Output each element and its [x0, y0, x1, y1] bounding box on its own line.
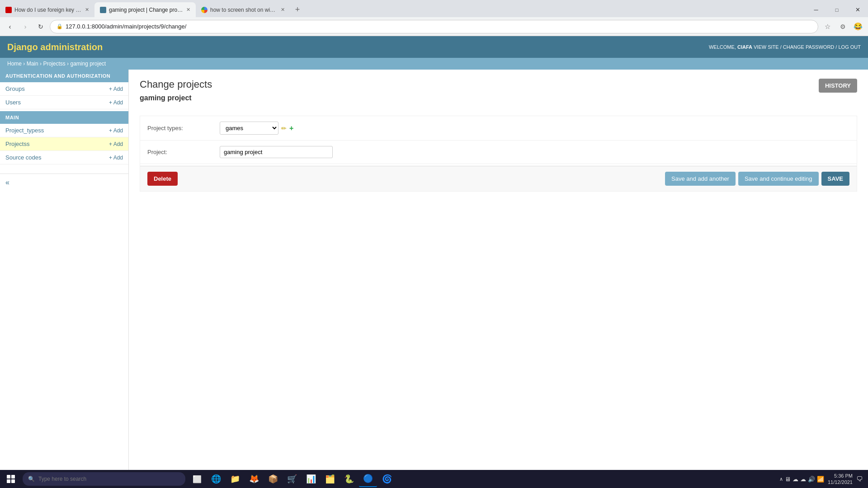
sidebar-projectss-label: Projectss: [5, 141, 29, 147]
reload-button[interactable]: ↻: [34, 20, 47, 33]
edit-project-type-icon[interactable]: ✏: [281, 125, 287, 132]
project-types-label: Project types:: [147, 125, 220, 131]
breadcrumb-model[interactable]: Projectss: [43, 61, 65, 67]
admin-header: Django administration WELCOME, CIAFA VIE…: [0, 36, 868, 58]
page-title: Change projects: [140, 79, 212, 90]
sidebar-users-label: Users: [5, 99, 21, 106]
django-admin: Django administration WELCOME, CIAFA VIE…: [0, 36, 868, 470]
tab3-favicon: [201, 7, 208, 13]
breadcrumb-main[interactable]: Main: [27, 61, 38, 67]
tab3-close[interactable]: ✕: [281, 7, 285, 13]
taskbar-right: ∧ 🖥 ☁ ☁ 🔊 📶 5:36 PM 11/12/2021 🗨: [776, 473, 866, 486]
taskbar-app-files[interactable]: 🗂️: [321, 471, 339, 487]
window-minimize-button[interactable]: ─: [806, 2, 826, 17]
taskbar-app-file-explorer[interactable]: 📁: [226, 471, 244, 487]
tab3-title: how to screen shot on windows: [210, 7, 278, 13]
tab2-close[interactable]: ✕: [186, 7, 190, 13]
taskbar-date: 11/12/2021: [828, 479, 853, 485]
sidebar-item-source-codes[interactable]: Source codes + Add: [0, 151, 128, 164]
add-project-type-icon[interactable]: +: [289, 124, 293, 132]
logout-link[interactable]: LOG OUT: [838, 44, 861, 50]
view-site-link[interactable]: VIEW SITE: [754, 44, 779, 50]
project-label: Project:: [147, 149, 220, 155]
sidebar-project-typess-add[interactable]: + Add: [109, 127, 123, 134]
sidebar-section-main-header: MAIN: [0, 111, 128, 124]
window-controls: ─ □ ✕: [806, 2, 868, 17]
taskbar-app-office[interactable]: 📊: [302, 471, 320, 487]
delete-button[interactable]: Delete: [147, 172, 178, 186]
browser-tab-3[interactable]: how to screen shot on windows ✕: [196, 2, 290, 17]
form-actions: Delete Save and add another Save and con…: [140, 166, 857, 191]
content-header: Change projects gaming project HISTORY: [140, 79, 857, 111]
taskbar-search-icon: 🔍: [28, 476, 35, 482]
taskbar-app-firefox[interactable]: 🦊: [245, 471, 263, 487]
object-name: gaming project: [140, 94, 212, 102]
address-url: 127.0.0.1:8000/admin/main/projects/9/cha…: [66, 23, 186, 30]
browser-tab-1[interactable]: How do I use foreign key in djan... ✕: [0, 2, 94, 17]
taskbar-app-chrome2[interactable]: 🌀: [378, 471, 396, 487]
sidebar-item-projectss[interactable]: Projectss + Add: [0, 137, 128, 151]
forward-button[interactable]: ›: [19, 20, 32, 33]
save-and-add-another-button[interactable]: Save and add another: [665, 172, 736, 186]
address-bar[interactable]: 🔒 127.0.0.1:8000/admin/main/projects/9/c…: [50, 20, 818, 33]
taskbar-wifi-icon: 📶: [817, 476, 824, 483]
taskbar-search-input[interactable]: [38, 476, 180, 482]
window-maximize-button[interactable]: □: [826, 2, 847, 17]
tab1-favicon: [5, 7, 12, 13]
taskbar-app-dropbox[interactable]: 📦: [264, 471, 282, 487]
content-titles: Change projects gaming project: [140, 79, 212, 111]
start-icon: [7, 475, 15, 483]
form-field-project-types: games mobile web desktop ✏ +: [220, 122, 293, 135]
sidebar-groups-add[interactable]: + Add: [109, 86, 123, 92]
taskbar-monitor-icon: 🖥: [785, 476, 791, 483]
taskbar-app-chrome1[interactable]: 🔵: [359, 471, 377, 487]
new-tab-button[interactable]: +: [290, 2, 305, 17]
taskbar-time: 5:36 PM: [834, 473, 853, 479]
sidebar-projectss-add[interactable]: + Add: [109, 141, 123, 147]
admin-body: AUTHENTICATION AND AUTHORIZATION Groups …: [0, 70, 868, 470]
admin-title-link[interactable]: Django administration: [7, 42, 103, 52]
change-password-link[interactable]: CHANGE PASSWORD: [783, 44, 834, 50]
tab-bar: How do I use foreign key in djan... ✕ ga…: [0, 0, 868, 17]
browser-tab-2[interactable]: gaming project | Change project... ✕: [94, 2, 196, 17]
back-button[interactable]: ‹: [4, 20, 16, 33]
taskbar-cloud-icon: ☁: [793, 476, 798, 483]
change-form: Project types: games mobile web desktop …: [140, 116, 857, 192]
taskbar-search-bar[interactable]: 🔍: [23, 472, 185, 486]
profile-button[interactable]: 😂: [852, 20, 864, 33]
history-button[interactable]: HISTORY: [819, 79, 857, 93]
taskbar-clock[interactable]: 5:36 PM 11/12/2021: [828, 473, 853, 486]
taskbar-chevron-icon[interactable]: ∧: [779, 476, 783, 482]
taskbar-app-amazon[interactable]: 🛒: [283, 471, 301, 487]
bookmark-button[interactable]: ☆: [821, 20, 834, 33]
sidebar-source-codes-add[interactable]: + Add: [109, 155, 123, 161]
breadcrumb-current: gaming project: [70, 61, 106, 67]
extensions-button[interactable]: ⚙: [836, 20, 849, 33]
sidebar-collapse-button[interactable]: «: [0, 174, 128, 191]
save-button[interactable]: SAVE: [821, 172, 849, 186]
save-and-continue-editing-button[interactable]: Save and continue editing: [738, 172, 819, 186]
project-types-select[interactable]: games mobile web desktop: [220, 122, 278, 135]
sidebar-users-add[interactable]: + Add: [109, 99, 123, 106]
start-button[interactable]: [2, 471, 20, 487]
taskbar-notification-icon[interactable]: 🗨: [856, 475, 863, 483]
tab2-favicon: [100, 7, 106, 13]
sidebar-item-groups[interactable]: Groups + Add: [0, 82, 128, 96]
project-input[interactable]: [220, 146, 333, 158]
taskbar-app-edge[interactable]: 🌐: [207, 471, 225, 487]
sidebar-project-typess-label: Project_typess: [5, 127, 44, 134]
sidebar-item-users[interactable]: Users + Add: [0, 96, 128, 109]
username: CIAFA: [737, 44, 752, 50]
window-close-button[interactable]: ✕: [847, 2, 868, 17]
taskbar-app-pycharm[interactable]: 🐍: [340, 471, 358, 487]
breadcrumb-home[interactable]: Home: [7, 61, 22, 67]
sidebar-item-project-typess[interactable]: Project_typess + Add: [0, 124, 128, 137]
form-row-project-types: Project types: games mobile web desktop …: [140, 116, 857, 141]
tab1-close[interactable]: ✕: [85, 7, 89, 13]
taskbar-volume-icon[interactable]: 🔊: [808, 476, 815, 483]
tab2-title: gaming project | Change project...: [109, 7, 184, 13]
address-lock-icon: 🔒: [57, 23, 63, 29]
sidebar-section-auth-header: AUTHENTICATION AND AUTHORIZATION: [0, 70, 128, 82]
taskbar-onedrive-icon: ☁: [800, 476, 806, 483]
task-view-button[interactable]: ⬜: [188, 471, 206, 487]
